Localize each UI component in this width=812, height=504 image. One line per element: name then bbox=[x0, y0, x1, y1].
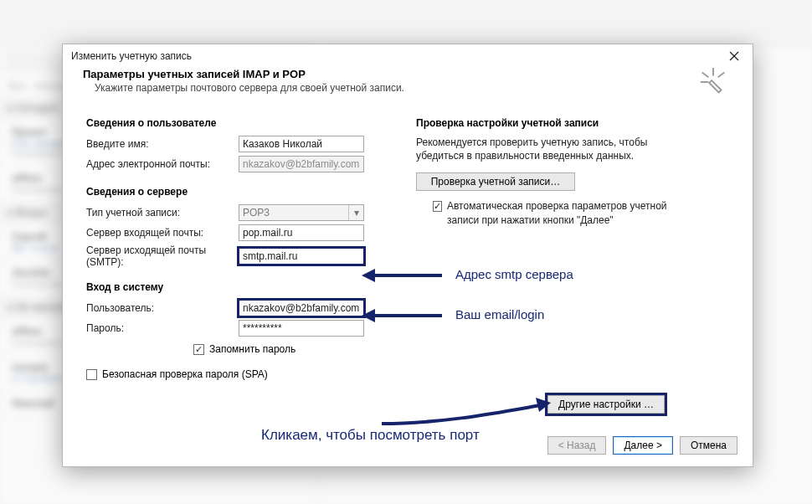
spa-checkbox[interactable]: Безопасная проверка пароля (SPA) bbox=[86, 368, 268, 380]
username-label: Пользователь: bbox=[86, 302, 239, 314]
user-info-section: Сведения о пользователе bbox=[86, 117, 396, 129]
verify-settings-section: Проверка настройки учетной записи bbox=[416, 117, 729, 129]
checkbox-empty-icon bbox=[86, 369, 97, 380]
annotation-click: Кликаем, чтобы посмотреть порт bbox=[261, 427, 480, 444]
login-section: Вход в систему bbox=[86, 281, 396, 293]
header-area: Параметры учетных записей IMAP и POP Ука… bbox=[63, 68, 753, 102]
incoming-server-label: Сервер входящей почты: bbox=[86, 227, 239, 239]
server-info-section: Сведения о сервере bbox=[86, 186, 396, 198]
header-title: Параметры учетных записей IMAP и POP bbox=[83, 68, 732, 80]
titlebar: Изменить учетную запись bbox=[63, 44, 753, 68]
dialog-title: Изменить учетную запись bbox=[71, 50, 192, 62]
header-subtitle: Укажите параметры почтового сервера для … bbox=[95, 82, 732, 94]
chevron-down-icon: ▾ bbox=[348, 205, 363, 220]
back-button: < Назад bbox=[547, 436, 607, 455]
verify-account-button[interactable]: Проверка учетной записи… bbox=[416, 172, 575, 191]
svg-line-3 bbox=[702, 73, 709, 78]
close-button[interactable] bbox=[721, 48, 748, 64]
cancel-button[interactable]: Отмена bbox=[680, 436, 737, 455]
annotation-smtp: Адрес smtp сервера bbox=[455, 267, 573, 281]
account-type-select: POP3 ▾ bbox=[239, 204, 364, 221]
checkbox-checked-icon bbox=[193, 344, 204, 355]
email-input bbox=[239, 156, 364, 172]
verify-description: Рекомендуется проверить учетную запись, … bbox=[416, 136, 676, 162]
wizard-icon bbox=[697, 66, 729, 98]
name-input[interactable] bbox=[239, 136, 364, 152]
annotation-login: Ваш email/login bbox=[455, 307, 544, 321]
spa-label: Безопасная проверка пароля (SPA) bbox=[102, 368, 268, 380]
close-icon bbox=[729, 51, 739, 61]
other-settings-button[interactable]: Другие настройки … bbox=[547, 395, 665, 414]
password-input[interactable] bbox=[239, 320, 364, 337]
username-input[interactable] bbox=[239, 300, 364, 316]
svg-line-4 bbox=[718, 73, 725, 78]
smtp-server-input[interactable] bbox=[239, 248, 364, 265]
account-type-value: POP3 bbox=[243, 207, 270, 219]
remember-password-checkbox[interactable]: Запомнить пароль bbox=[193, 343, 296, 355]
auto-verify-checkbox[interactable]: Автоматическая проверка параметров учетн… bbox=[433, 199, 684, 226]
remember-password-label: Запомнить пароль bbox=[209, 343, 296, 355]
password-label: Пароль: bbox=[86, 322, 239, 334]
smtp-server-label: Сервер исходящей почты (SMTP): bbox=[86, 244, 239, 268]
email-label: Адрес электронной почты: bbox=[86, 158, 239, 170]
incoming-server-input[interactable] bbox=[239, 224, 364, 241]
name-label: Введите имя: bbox=[86, 138, 239, 150]
account-type-label: Тип учетной записи: bbox=[86, 207, 239, 219]
checkbox-checked-icon bbox=[433, 201, 442, 212]
auto-verify-label: Автоматическая проверка параметров учетн… bbox=[447, 199, 684, 226]
other-settings-wrap: Другие настройки … bbox=[547, 395, 665, 414]
next-button[interactable]: Далее > bbox=[613, 436, 673, 455]
